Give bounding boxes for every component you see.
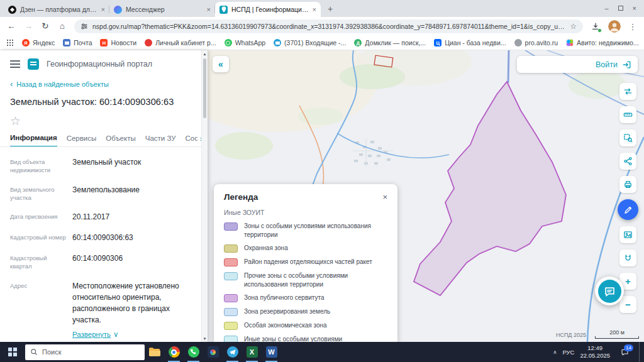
area-search-button[interactable] [619, 129, 636, 146]
excel-button[interactable] [242, 342, 262, 362]
bookmark-news[interactable]: Новости [100, 39, 136, 47]
chrome-button[interactable] [164, 342, 184, 362]
bookmark-inbox[interactable]: (3701) Входящие -... [274, 39, 346, 47]
bookmark-whatsapp[interactable]: WhatsApp [225, 39, 265, 47]
page-content: Геоинформационный портал Назад в найденн… [0, 50, 644, 342]
tab-close-icon[interactable] [101, 6, 105, 13]
news-favicon [100, 39, 108, 47]
browser-tab-messenger[interactable]: Мессенджер [109, 2, 215, 17]
file-explorer-button[interactable] [145, 342, 164, 362]
whatsapp-button[interactable] [184, 342, 203, 362]
legend-label: Иные зоны с особыми условиями использова… [244, 335, 387, 342]
bookmarks-bar: Яндекс Почта Новости Личный кабинет р...… [0, 36, 644, 50]
field-row: Вид земельного участка Землепользование [10, 184, 197, 202]
field-row: Кадастровый номер 60:14:0090306:63 [10, 232, 197, 243]
chat-fab-button[interactable] [595, 277, 624, 305]
taskbar-clock[interactable]: 12:49 22.05.2025 [580, 344, 610, 360]
show-desktop-button[interactable] [639, 342, 642, 362]
field-label: Вид объекта недвижимости [10, 156, 72, 175]
basemap-button[interactable] [619, 226, 636, 243]
tab-services[interactable]: Сервисы [67, 134, 97, 146]
portal-logo-icon [28, 58, 39, 70]
back-button[interactable] [6, 22, 16, 31]
login-button[interactable]: Войти [517, 56, 638, 73]
map-attribution: НСПД 2025 [556, 332, 586, 338]
browser-menu-icon[interactable] [628, 23, 638, 31]
word-icon [266, 346, 277, 358]
bookmark-label: (3701) Входящие -... [284, 39, 346, 47]
apps-grid-icon[interactable] [6, 39, 14, 47]
tab-close-icon[interactable] [207, 6, 211, 13]
browser-tab-dzen[interactable]: Дзен — платформа для прос... [4, 2, 109, 17]
photos-app-button[interactable] [203, 342, 223, 362]
bookmark-star-icon[interactable] [570, 22, 577, 31]
menu-burger-icon[interactable] [10, 60, 20, 68]
share-icon [623, 156, 633, 166]
profile-avatar[interactable] [608, 20, 621, 33]
bookmark-cian[interactable]: Циан - база недви... [434, 39, 506, 47]
scrollbar-thumb[interactable] [203, 58, 206, 118]
map-scale: 200 м [595, 329, 639, 339]
tab-objects[interactable]: Объекты [106, 134, 135, 146]
new-tab-button[interactable] [323, 2, 337, 16]
domclick-favicon [354, 39, 362, 47]
bookmark-account[interactable]: Личный кабинет р... [145, 39, 216, 47]
legend-item: Зона резервирования земель [224, 307, 387, 316]
map-canvas[interactable]: Войти Легенда Ины [208, 50, 644, 342]
tab-close-icon[interactable] [313, 6, 316, 13]
field-label: Вид земельного участка [10, 184, 72, 202]
scroll-up-icon[interactable] [204, 52, 206, 56]
close-icon[interactable] [633, 4, 636, 12]
start-button[interactable] [0, 342, 25, 362]
legend-item: Зоны с особыми условиями использования т… [224, 222, 387, 239]
browser-tab-nspd[interactable]: НСПД | Геоинформационный [215, 2, 321, 17]
bookmark-avito-pro[interactable]: pro.avito.ru [514, 39, 558, 47]
downloads-button[interactable] [590, 21, 601, 32]
legend-label: Зона публичного сервитута [244, 293, 325, 302]
legend-panel: Легенда Иные ЗОУИТ Зоны с особыми услови… [214, 184, 397, 342]
scroll-down-icon[interactable] [204, 336, 206, 341]
bookmark-yandex[interactable]: Яндекс [22, 39, 55, 47]
home-button[interactable] [57, 22, 67, 31]
draw-button-active[interactable] [618, 199, 638, 220]
field-label: Адрес [10, 280, 72, 340]
action-center-button[interactable]: 14 [616, 342, 633, 362]
legend-close-icon[interactable] [382, 192, 387, 202]
measure-button[interactable] [619, 106, 636, 123]
taskbar-search-input[interactable]: Поиск [25, 344, 145, 360]
language-indicator[interactable]: РУС [562, 349, 574, 356]
bookmark-mail[interactable]: Почта [63, 39, 92, 47]
avito-pro-favicon [514, 39, 522, 47]
share-button[interactable] [619, 153, 636, 170]
legend-label: Зоны с особыми условиями использования т… [244, 222, 387, 239]
field-value: 20.11.2017 [72, 211, 197, 222]
maximize-icon[interactable] [618, 6, 623, 11]
compare-layers-button[interactable] [619, 83, 636, 100]
snap-button[interactable] [619, 250, 636, 266]
tab-information[interactable]: Информация [10, 134, 57, 147]
panel-scrollbar[interactable] [201, 50, 208, 342]
chevron-down-icon [113, 329, 118, 340]
reload-button[interactable] [40, 22, 50, 31]
bookmark-avito[interactable]: Авито: недвижимо... [566, 39, 639, 47]
bookmark-label: pro.avito.ru [525, 39, 558, 47]
back-to-results-link[interactable]: Назад в найденные объекты [0, 74, 208, 89]
forward-button[interactable] [23, 22, 33, 31]
telegram-button[interactable] [223, 342, 242, 362]
favorite-star-icon[interactable] [10, 114, 21, 128]
address-bar[interactable]: nspd.gov.ru/map?thematic=PKK&zoom=14.631… [74, 19, 583, 33]
bookmark-domclick[interactable]: Домклик — поиск,... [354, 39, 426, 47]
field-value: Землепользование [72, 184, 197, 202]
zoom-out-button[interactable] [619, 296, 636, 313]
expand-link[interactable]: Развернуть [72, 329, 118, 340]
tab-parts[interactable]: Части ЗУ [145, 134, 176, 146]
legend-label: Прочие зоны с особыми условиями использо… [244, 272, 387, 288]
print-button[interactable] [619, 176, 636, 193]
word-button[interactable] [262, 342, 281, 362]
bookmark-label: WhatsApp [235, 39, 265, 47]
minimize-icon[interactable] [604, 4, 608, 12]
tray-expand-icon[interactable] [553, 349, 557, 355]
legend-swatch [224, 294, 238, 302]
map-toolbar [618, 83, 638, 313]
collapse-panel-button[interactable] [213, 56, 229, 72]
